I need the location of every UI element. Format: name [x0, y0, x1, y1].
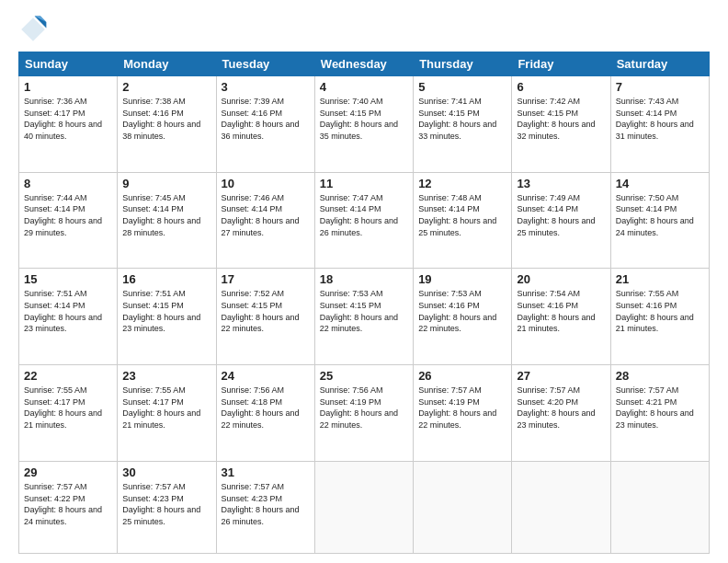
day-info: Sunrise: 7:36 AMSunset: 4:17 PMDaylight:…: [24, 97, 102, 141]
day-info: Sunrise: 7:57 AMSunset: 4:20 PMDaylight:…: [517, 385, 595, 430]
day-number: 30: [122, 465, 210, 479]
table-row: 30 Sunrise: 7:57 AMSunset: 4:23 PMDaylig…: [118, 461, 216, 553]
calendar-week-row: 8 Sunrise: 7:44 AMSunset: 4:14 PMDayligh…: [19, 172, 710, 269]
table-row: 3 Sunrise: 7:39 AMSunset: 4:16 PMDayligh…: [216, 76, 314, 173]
day-info: Sunrise: 7:55 AMSunset: 4:17 PMDaylight:…: [24, 385, 102, 430]
day-number: 4: [320, 80, 408, 94]
day-number: 21: [616, 272, 704, 286]
page: Sunday Monday Tuesday Wednesday Thursday…: [0, 0, 728, 563]
day-info: Sunrise: 7:48 AMSunset: 4:14 PMDaylight:…: [418, 193, 496, 237]
empty-cell: [314, 461, 413, 553]
day-info: Sunrise: 7:44 AMSunset: 4:14 PMDaylight:…: [24, 193, 102, 237]
day-number: 7: [616, 80, 704, 94]
table-row: 9 Sunrise: 7:45 AMSunset: 4:14 PMDayligh…: [118, 172, 216, 269]
table-row: 24 Sunrise: 7:56 AMSunset: 4:18 PMDaylig…: [216, 365, 314, 462]
logo: [18, 15, 51, 44]
day-number: 16: [122, 272, 210, 286]
table-row: 11 Sunrise: 7:47 AMSunset: 4:14 PMDaylig…: [314, 172, 413, 269]
day-info: Sunrise: 7:46 AMSunset: 4:14 PMDaylight:…: [222, 193, 300, 237]
day-number: 1: [24, 80, 112, 94]
day-info: Sunrise: 7:52 AMSunset: 4:15 PMDaylight:…: [222, 289, 300, 333]
day-info: Sunrise: 7:53 AMSunset: 4:16 PMDaylight:…: [418, 289, 496, 333]
empty-cell: [512, 461, 610, 553]
day-info: Sunrise: 7:57 AMSunset: 4:21 PMDaylight:…: [616, 385, 694, 430]
day-number: 24: [222, 369, 310, 383]
table-row: 29 Sunrise: 7:57 AMSunset: 4:22 PMDaylig…: [19, 461, 118, 553]
day-number: 12: [418, 177, 506, 190]
col-friday: Friday: [512, 52, 610, 76]
table-row: 12 Sunrise: 7:48 AMSunset: 4:14 PMDaylig…: [414, 172, 512, 269]
table-row: 15 Sunrise: 7:51 AMSunset: 4:14 PMDaylig…: [19, 269, 118, 365]
day-number: 17: [222, 272, 310, 286]
table-row: 8 Sunrise: 7:44 AMSunset: 4:14 PMDayligh…: [19, 172, 118, 269]
table-row: 1 Sunrise: 7:36 AMSunset: 4:17 PMDayligh…: [19, 76, 118, 173]
day-info: Sunrise: 7:57 AMSunset: 4:23 PMDaylight:…: [222, 482, 300, 526]
col-wednesday: Wednesday: [314, 52, 413, 76]
day-info: Sunrise: 7:54 AMSunset: 4:16 PMDaylight:…: [517, 289, 595, 333]
col-tuesday: Tuesday: [216, 52, 314, 76]
table-row: 16 Sunrise: 7:51 AMSunset: 4:15 PMDaylig…: [118, 269, 216, 365]
day-number: 6: [517, 80, 605, 94]
day-info: Sunrise: 7:56 AMSunset: 4:18 PMDaylight:…: [222, 385, 300, 430]
day-number: 20: [517, 272, 605, 286]
table-row: 10 Sunrise: 7:46 AMSunset: 4:14 PMDaylig…: [216, 172, 314, 269]
day-number: 22: [24, 369, 112, 383]
day-number: 31: [222, 465, 310, 479]
day-number: 2: [122, 80, 210, 94]
day-number: 10: [222, 177, 310, 190]
day-number: 29: [24, 465, 112, 479]
calendar-week-row: 29 Sunrise: 7:57 AMSunset: 4:22 PMDaylig…: [19, 461, 710, 553]
calendar-week-row: 22 Sunrise: 7:55 AMSunset: 4:17 PMDaylig…: [19, 365, 710, 462]
calendar-table: Sunday Monday Tuesday Wednesday Thursday…: [18, 52, 710, 554]
table-row: 27 Sunrise: 7:57 AMSunset: 4:20 PMDaylig…: [512, 365, 610, 462]
day-number: 13: [517, 177, 605, 190]
day-info: Sunrise: 7:57 AMSunset: 4:23 PMDaylight:…: [122, 482, 200, 526]
day-number: 18: [320, 272, 408, 286]
day-number: 5: [418, 80, 506, 94]
day-info: Sunrise: 7:38 AMSunset: 4:16 PMDaylight:…: [122, 97, 200, 141]
day-number: 14: [616, 177, 704, 190]
table-row: 5 Sunrise: 7:41 AMSunset: 4:15 PMDayligh…: [414, 76, 512, 173]
table-row: 25 Sunrise: 7:56 AMSunset: 4:19 PMDaylig…: [314, 365, 413, 462]
day-info: Sunrise: 7:57 AMSunset: 4:22 PMDaylight:…: [24, 482, 102, 526]
day-info: Sunrise: 7:51 AMSunset: 4:15 PMDaylight:…: [122, 289, 200, 333]
day-info: Sunrise: 7:53 AMSunset: 4:15 PMDaylight:…: [320, 289, 398, 333]
day-info: Sunrise: 7:49 AMSunset: 4:14 PMDaylight:…: [517, 193, 595, 237]
day-info: Sunrise: 7:39 AMSunset: 4:16 PMDaylight:…: [222, 97, 300, 141]
day-number: 11: [320, 177, 408, 190]
day-number: 28: [616, 369, 704, 383]
day-info: Sunrise: 7:43 AMSunset: 4:14 PMDaylight:…: [616, 97, 694, 141]
table-row: 4 Sunrise: 7:40 AMSunset: 4:15 PMDayligh…: [314, 76, 413, 173]
table-row: 18 Sunrise: 7:53 AMSunset: 4:15 PMDaylig…: [314, 269, 413, 365]
header: [18, 15, 710, 44]
day-info: Sunrise: 7:47 AMSunset: 4:14 PMDaylight:…: [320, 193, 398, 237]
day-number: 9: [122, 177, 210, 190]
day-info: Sunrise: 7:45 AMSunset: 4:14 PMDaylight:…: [122, 193, 200, 237]
table-row: 17 Sunrise: 7:52 AMSunset: 4:15 PMDaylig…: [216, 269, 314, 365]
day-info: Sunrise: 7:55 AMSunset: 4:16 PMDaylight:…: [616, 289, 694, 333]
table-row: 14 Sunrise: 7:50 AMSunset: 4:14 PMDaylig…: [610, 172, 709, 269]
day-number: 26: [418, 369, 506, 383]
day-number: 27: [517, 369, 605, 383]
day-number: 25: [320, 369, 408, 383]
table-row: 6 Sunrise: 7:42 AMSunset: 4:15 PMDayligh…: [512, 76, 610, 173]
day-number: 23: [122, 369, 210, 383]
table-row: 23 Sunrise: 7:55 AMSunset: 4:17 PMDaylig…: [118, 365, 216, 462]
col-saturday: Saturday: [610, 52, 709, 76]
empty-cell: [414, 461, 512, 553]
header-row: Sunday Monday Tuesday Wednesday Thursday…: [19, 52, 710, 76]
table-row: 31 Sunrise: 7:57 AMSunset: 4:23 PMDaylig…: [216, 461, 314, 553]
day-number: 15: [24, 272, 112, 286]
table-row: 22 Sunrise: 7:55 AMSunset: 4:17 PMDaylig…: [19, 365, 118, 462]
day-number: 19: [418, 272, 506, 286]
table-row: 20 Sunrise: 7:54 AMSunset: 4:16 PMDaylig…: [512, 269, 610, 365]
day-info: Sunrise: 7:41 AMSunset: 4:15 PMDaylight:…: [418, 97, 496, 141]
day-number: 3: [222, 80, 310, 94]
day-info: Sunrise: 7:50 AMSunset: 4:14 PMDaylight:…: [616, 193, 694, 237]
day-info: Sunrise: 7:55 AMSunset: 4:17 PMDaylight:…: [122, 385, 200, 430]
day-number: 8: [24, 177, 112, 190]
col-thursday: Thursday: [414, 52, 512, 76]
table-row: 2 Sunrise: 7:38 AMSunset: 4:16 PMDayligh…: [118, 76, 216, 173]
empty-cell: [610, 461, 709, 553]
table-row: 7 Sunrise: 7:43 AMSunset: 4:14 PMDayligh…: [610, 76, 709, 173]
